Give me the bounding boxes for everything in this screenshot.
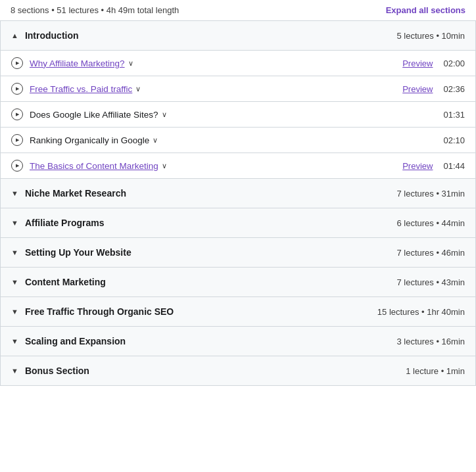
top-bar: 8 sections • 51 lectures • 4h 49m total …: [0, 0, 476, 20]
lecture-right-l3: 01:31: [443, 110, 465, 120]
section-title-niche: Niche Market Research: [25, 188, 126, 199]
section-intro: ▲Introduction5 lectures • 10min▶Why Affi…: [0, 20, 476, 178]
lecture-dropdown-icon[interactable]: ∨: [128, 59, 133, 68]
section-meta-intro: 5 lectures • 10min: [396, 31, 465, 41]
section-website: ▼Setting Up Your Website7 lectures • 46m…: [0, 237, 476, 267]
sections-list: ▲Introduction5 lectures • 10min▶Why Affi…: [0, 20, 476, 386]
lecture-dropdown-icon[interactable]: ∨: [162, 162, 167, 170]
section-header-seo[interactable]: ▼Free Traffic Through Organic SEO15 lect…: [1, 297, 475, 326]
section-header-left-intro: ▲Introduction: [11, 30, 79, 41]
lecture-item-l4: ▶Ranking Organically in Google∨02:10: [1, 127, 475, 153]
lecture-link-l2[interactable]: Free Traffic vs. Paid traffic: [30, 84, 132, 94]
lecture-link-l5[interactable]: The Basics of Content Marketing: [30, 161, 158, 171]
section-meta-niche: 7 lectures • 31min: [396, 189, 465, 199]
section-header-left-bonus: ▼Bonus Section: [11, 366, 89, 376]
lecture-title-l1: Why Affiliate Marketing?∨: [30, 59, 396, 68]
lecture-duration-l5: 01:44: [443, 161, 465, 171]
play-icon: ▶: [11, 57, 23, 69]
course-summary: 8 sections • 51 lectures • 4h 49m total …: [11, 5, 179, 15]
section-title-website: Setting Up Your Website: [25, 247, 131, 258]
lecture-item-l2: ▶Free Traffic vs. Paid traffic∨Preview02…: [1, 76, 475, 101]
section-bonus: ▼Bonus Section1 lecture • 1min: [0, 356, 476, 386]
section-meta-scaling: 3 lectures • 16min: [396, 337, 465, 346]
lecture-title-l4: Ranking Organically in Google∨: [30, 135, 437, 145]
play-circle-icon[interactable]: ▶: [11, 83, 23, 95]
lecture-title-l2: Free Traffic vs. Paid traffic∨: [30, 84, 396, 94]
section-niche: ▼Niche Market Research7 lectures • 31min: [0, 178, 476, 208]
lecture-text-l4: Ranking Organically in Google: [30, 135, 149, 145]
section-header-left-scaling: ▼Scaling and Expansion: [11, 336, 126, 346]
section-header-intro[interactable]: ▲Introduction5 lectures • 10min: [1, 21, 475, 50]
play-circle-icon[interactable]: ▶: [11, 134, 23, 146]
section-header-left-content: ▼Content Marketing: [11, 277, 106, 287]
chevron-down-icon: ▼: [11, 248, 18, 256]
play-icon: ▶: [11, 83, 23, 95]
section-title-seo: Free Traffic Through Organic SEO: [25, 306, 174, 317]
chevron-down-icon: ▼: [11, 189, 18, 197]
lecture-item-l1: ▶Why Affiliate Marketing?∨Preview02:00: [1, 50, 475, 76]
expand-all-button[interactable]: Expand all sections: [386, 5, 465, 15]
section-meta-website: 7 lectures • 46min: [396, 248, 465, 258]
play-icon: ▶: [11, 134, 23, 146]
lecture-item-l5: ▶The Basics of Content Marketing∨Preview…: [1, 153, 475, 178]
chevron-up-icon: ▲: [11, 32, 18, 39]
section-scaling: ▼Scaling and Expansion3 lectures • 16min: [0, 326, 476, 356]
lecture-text-l3: Does Google Like Affiliate Sites?: [30, 110, 158, 120]
section-header-left-affiliate: ▼Affiliate Programs: [11, 218, 104, 228]
lecture-duration-l3: 01:31: [443, 110, 465, 120]
lecture-link-l1[interactable]: Why Affiliate Marketing?: [30, 59, 125, 68]
section-header-niche[interactable]: ▼Niche Market Research7 lectures • 31min: [1, 179, 475, 208]
preview-link-l2[interactable]: Preview: [402, 84, 433, 94]
section-header-website[interactable]: ▼Setting Up Your Website7 lectures • 46m…: [1, 238, 475, 267]
lecture-right-l5: Preview01:44: [402, 161, 465, 171]
section-seo: ▼Free Traffic Through Organic SEO15 lect…: [0, 296, 476, 326]
play-icon: ▶: [11, 108, 23, 120]
lecture-right-l2: Preview02:36: [402, 84, 465, 94]
chevron-down-icon: ▼: [11, 367, 18, 375]
lecture-duration-l4: 02:10: [443, 135, 465, 145]
section-meta-affiliate: 6 lectures • 44min: [396, 218, 465, 228]
section-header-left-website: ▼Setting Up Your Website: [11, 247, 131, 258]
lecture-right-l1: Preview02:00: [402, 59, 465, 68]
section-header-bonus[interactable]: ▼Bonus Section1 lecture • 1min: [1, 356, 475, 385]
chevron-down-icon: ▼: [11, 308, 18, 316]
section-header-left-niche: ▼Niche Market Research: [11, 188, 126, 199]
lecture-list-intro: ▶Why Affiliate Marketing?∨Preview02:00▶F…: [1, 50, 475, 178]
chevron-down-icon: ▼: [11, 278, 18, 286]
section-content: ▼Content Marketing7 lectures • 43min: [0, 267, 476, 296]
lecture-item-l3: ▶Does Google Like Affiliate Sites?∨01:31: [1, 101, 475, 127]
section-header-content[interactable]: ▼Content Marketing7 lectures • 43min: [1, 268, 475, 296]
section-meta-content: 7 lectures • 43min: [396, 277, 465, 287]
section-header-scaling[interactable]: ▼Scaling and Expansion3 lectures • 16min: [1, 327, 475, 356]
play-icon: ▶: [11, 160, 23, 172]
lecture-title-l5: The Basics of Content Marketing∨: [30, 161, 396, 171]
play-circle-icon[interactable]: ▶: [11, 57, 23, 69]
section-title-scaling: Scaling and Expansion: [25, 336, 126, 346]
section-title-affiliate: Affiliate Programs: [25, 218, 105, 228]
lecture-right-l4: 02:10: [443, 135, 465, 145]
play-circle-icon[interactable]: ▶: [11, 108, 23, 120]
section-header-left-seo: ▼Free Traffic Through Organic SEO: [11, 306, 174, 317]
lecture-title-l3: Does Google Like Affiliate Sites?∨: [30, 110, 437, 120]
section-title-intro: Introduction: [25, 30, 79, 41]
section-meta-seo: 15 lectures • 1hr 40min: [377, 307, 465, 317]
section-title-bonus: Bonus Section: [25, 366, 89, 376]
preview-link-l5[interactable]: Preview: [402, 161, 433, 171]
chevron-down-icon: ▼: [11, 219, 18, 227]
section-affiliate: ▼Affiliate Programs6 lectures • 44min: [0, 208, 476, 237]
lecture-dropdown-icon[interactable]: ∨: [153, 136, 158, 145]
section-title-content: Content Marketing: [25, 277, 106, 287]
lecture-dropdown-icon[interactable]: ∨: [162, 110, 167, 119]
lecture-duration-l2: 02:36: [443, 84, 465, 94]
section-meta-bonus: 1 lecture • 1min: [406, 366, 465, 376]
lecture-dropdown-icon[interactable]: ∨: [135, 85, 141, 93]
lecture-duration-l1: 02:00: [443, 59, 465, 68]
course-content-container: 8 sections • 51 lectures • 4h 49m total …: [0, 0, 476, 386]
chevron-down-icon: ▼: [11, 337, 18, 345]
section-header-affiliate[interactable]: ▼Affiliate Programs6 lectures • 44min: [1, 208, 475, 237]
play-circle-icon[interactable]: ▶: [11, 160, 23, 172]
preview-link-l1[interactable]: Preview: [402, 59, 433, 68]
